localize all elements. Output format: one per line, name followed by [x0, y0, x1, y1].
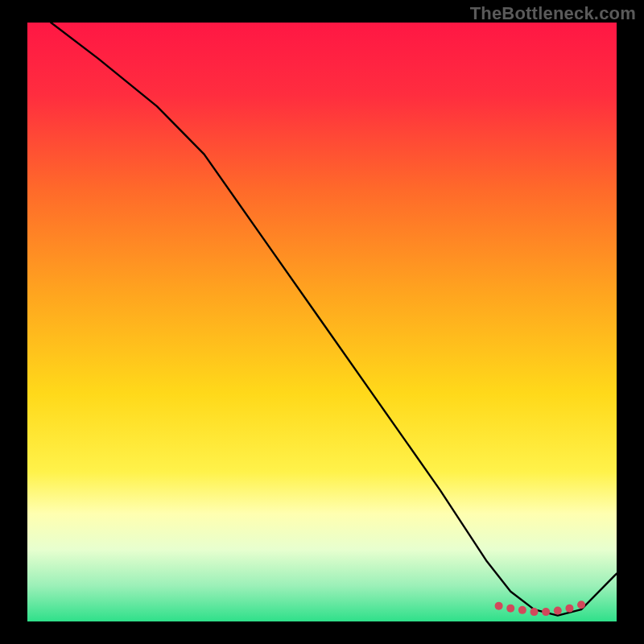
- marker-dot: [518, 606, 526, 614]
- plot-area: [27, 23, 617, 621]
- marker-dot: [506, 605, 514, 613]
- marker-dot: [495, 602, 503, 610]
- marker-dot: [577, 601, 585, 609]
- watermark-label: TheBottleneck.com: [470, 3, 636, 24]
- marker-dot: [530, 608, 539, 616]
- marker-dot: [565, 605, 573, 613]
- chart-svg: [27, 23, 617, 621]
- marker-dot: [542, 608, 550, 616]
- chart-frame: TheBottleneck.com: [0, 0, 644, 644]
- marker-dot: [554, 607, 562, 615]
